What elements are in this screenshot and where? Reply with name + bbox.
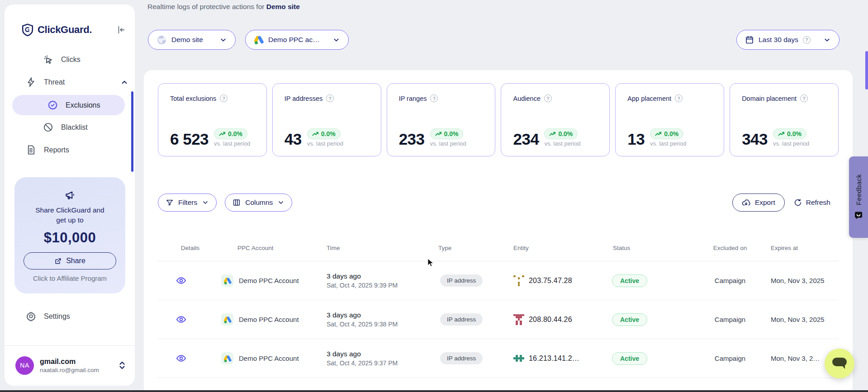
time-relative: 3 days ago <box>327 350 361 358</box>
help-icon[interactable]: ? <box>326 94 334 102</box>
trend-up-icon <box>549 131 556 137</box>
stat-value: 13 <box>627 132 645 147</box>
google-ads-icon <box>221 313 233 326</box>
refresh-icon <box>794 198 802 207</box>
page-scrollbar-thumb[interactable] <box>865 51 868 90</box>
ban-icon <box>43 122 54 133</box>
share-button[interactable]: Share <box>24 252 116 269</box>
stat-value: 343 <box>742 132 768 147</box>
stat-value: 234 <box>513 132 539 147</box>
chevron-down-icon <box>202 199 209 206</box>
date-range-selector[interactable]: Last 30 days ? <box>736 30 840 50</box>
sidebar-item-threat[interactable]: Threat <box>5 71 128 94</box>
export-label: Export <box>755 198 775 207</box>
export-button[interactable]: Export <box>732 194 785 212</box>
account-menu[interactable]: NA gmail.com naatali.ro@gmail.com <box>15 353 126 378</box>
stat-card: Audience ? 234 0.0% vs. last period <box>501 83 610 156</box>
type-chip: IP address <box>440 352 483 364</box>
account-email: naatali.ro@gmail.com <box>40 367 99 373</box>
affiliate-link[interactable]: Click to Affiliate Program <box>14 274 125 282</box>
stat-label: App placement <box>627 95 671 102</box>
table-row: Demo PPC Account 3 days ago Sat, Oct 4, … <box>158 261 839 300</box>
feedback-label: Feedback <box>855 174 863 205</box>
expires-at-value: Mon, Nov 3, 2025 <box>759 261 839 300</box>
external-link-icon <box>54 257 62 265</box>
site-selector[interactable]: Demo site <box>148 30 236 50</box>
column-header-entity: Entity <box>502 235 606 261</box>
table-header: Details PPC Account Time Type Entity Sta… <box>158 235 839 261</box>
stat-delta-badge: 0.0% <box>650 128 683 139</box>
document-icon <box>26 145 37 156</box>
chevron-down-icon <box>823 36 831 44</box>
view-details-eye-icon[interactable] <box>176 353 186 364</box>
ppc-account-name: Demo PPC Account <box>239 316 299 323</box>
refresh-button[interactable]: Refresh <box>794 198 830 207</box>
sidebar-item-blacklist[interactable]: Blacklist <box>5 116 128 139</box>
sidebar-item-settings[interactable]: Settings <box>5 305 128 328</box>
sidebar-item-label: Threat <box>44 78 65 86</box>
excluded-on-value: Campaign <box>701 300 759 339</box>
columns-button[interactable]: Columns <box>225 194 292 212</box>
cursor-click-icon <box>43 54 54 65</box>
entity-identicon <box>513 353 524 364</box>
help-icon[interactable]: ? <box>220 94 228 102</box>
help-icon[interactable]: ? <box>544 94 552 102</box>
table-row: Demo PPC Account 3 days ago Sat, Oct 4, … <box>158 339 839 378</box>
filters-button[interactable]: Filters <box>158 194 217 212</box>
sidebar: ClickGuard. Clicks Threat <box>5 5 135 386</box>
chat-launcher-button[interactable] <box>825 349 854 378</box>
column-header-time: Time <box>316 235 429 261</box>
type-chip: IP address <box>440 313 483 326</box>
view-details-eye-icon[interactable] <box>176 314 186 325</box>
sidebar-item-reports[interactable]: Reports <box>5 139 128 161</box>
stat-label: IP ranges <box>399 95 427 102</box>
column-header-type: Type <box>429 235 502 261</box>
view-details-eye-icon[interactable] <box>176 275 186 286</box>
subtitle-site-name: Demo site <box>266 3 300 10</box>
stat-card: IP addresses ? 43 0.0% vs. last period <box>272 83 381 156</box>
columns-icon <box>232 198 241 207</box>
ppc-account-name: Demo PPC Account <box>239 354 299 362</box>
status-badge: Active <box>612 274 647 287</box>
stat-label: Total exclusions <box>170 95 216 102</box>
entity-value: 208.80.44.26 <box>529 316 572 324</box>
stat-delta-badge: 0.0% <box>773 128 806 139</box>
sidebar-item-exclusions[interactable]: Exclusions <box>12 95 125 115</box>
sidebar-scrollbar[interactable] <box>131 91 133 172</box>
entity-identicon <box>513 314 524 325</box>
trend-up-icon <box>435 131 442 137</box>
excluded-on-value: Campaign <box>701 261 759 300</box>
excluded-on-value: Campaign <box>701 339 759 378</box>
entity-value: 16.213.141.2… <box>529 354 579 363</box>
ppc-account-selector[interactable]: Demo PPC ac… <box>245 30 349 50</box>
google-ads-icon <box>221 352 233 364</box>
megaphone-icon <box>14 189 125 201</box>
stat-delta-badge: 0.0% <box>430 128 464 139</box>
columns-label: Columns <box>245 198 273 207</box>
sidebar-item-clicks[interactable]: Clicks <box>5 48 128 71</box>
help-icon[interactable]: ? <box>430 94 438 102</box>
logo-text: ClickGuard. <box>38 24 92 36</box>
table-body: Demo PPC Account 3 days ago Sat, Oct 4, … <box>158 261 839 392</box>
column-header-ppc-account: PPC Account <box>217 235 316 261</box>
chevron-down-icon <box>277 199 285 206</box>
stat-card: App placement ? 13 0.0% vs. last period <box>615 83 724 156</box>
clickguard-logo-icon <box>22 24 33 36</box>
chat-bubble-icon <box>831 357 848 370</box>
affiliate-promo-card[interactable]: Share ClickGuard and get up to $10,000 S… <box>14 177 125 293</box>
cloud-download-icon <box>742 198 750 207</box>
sidebar-collapse-icon[interactable] <box>116 25 126 35</box>
trend-up-icon <box>312 131 319 137</box>
page-scrollbar[interactable] <box>865 0 868 392</box>
chevron-up-icon <box>120 78 128 86</box>
stat-caption: vs. last period <box>544 140 580 147</box>
time-full: Sat, Oct 4, 2025 9:37 PM <box>327 359 398 367</box>
expires-at-value: Mon, Nov 3, 2025 <box>759 300 839 339</box>
help-icon[interactable]: ? <box>800 94 808 102</box>
help-icon[interactable]: ? <box>675 94 683 102</box>
stat-value: 233 <box>399 132 425 147</box>
column-header-status: Status <box>606 235 701 261</box>
entity-identicon <box>513 275 524 286</box>
time-relative: 3 days ago <box>327 311 361 319</box>
entity-value: 203.75.47.28 <box>529 277 572 285</box>
